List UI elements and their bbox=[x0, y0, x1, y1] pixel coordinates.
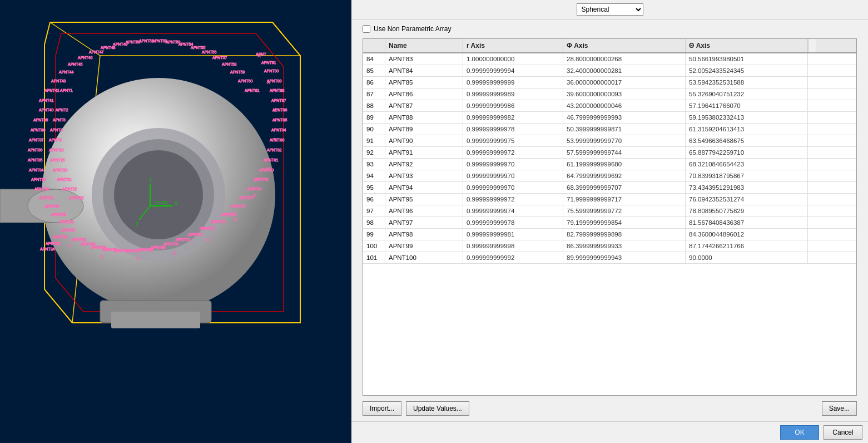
svg-text:APNT35: APNT35 bbox=[28, 158, 43, 162]
cell-phi: 79.1999999999854 bbox=[563, 217, 686, 228]
table-row[interactable]: 98APNT970.99999999997879.199999999985481… bbox=[363, 217, 856, 229]
cell-phi: 57.5999999999744 bbox=[563, 147, 686, 158]
col-header-phi: Φ Axis bbox=[563, 39, 686, 52]
table-row[interactable]: 100APNT990.99999999999886.39999999999338… bbox=[363, 240, 856, 252]
cell-name: APNT99 bbox=[385, 240, 463, 252]
svg-text:APNT60: APNT60 bbox=[238, 79, 253, 83]
svg-text:APNT1: APNT1 bbox=[60, 88, 73, 92]
table-row[interactable]: 101APNT1000.99999999999289.9999999999943… bbox=[363, 252, 856, 264]
svg-text:APNT88: APNT88 bbox=[270, 88, 285, 92]
table-row[interactable]: 85APNT840.99999999999432.400000000028152… bbox=[363, 65, 856, 77]
cell-name: APNT86 bbox=[385, 88, 463, 100]
cell-theta: 84.3600044896012 bbox=[686, 229, 808, 240]
cell-name: APNT88 bbox=[385, 112, 463, 123]
table-row[interactable]: 92APNT910.99999999997257.599999999974465… bbox=[363, 147, 856, 159]
cell-r: 0.999999999972 bbox=[463, 194, 563, 205]
cell-index: 100 bbox=[363, 240, 385, 252]
svg-text:APNT61: APNT61 bbox=[245, 88, 260, 92]
svg-text:APNT78: APNT78 bbox=[247, 187, 262, 191]
non-parametric-checkbox[interactable] bbox=[363, 25, 370, 33]
cell-phi: 39.6000000000093 bbox=[563, 88, 686, 100]
cell-theta: 50.5661993980501 bbox=[686, 53, 808, 65]
cell-theta: 65.8877942259710 bbox=[686, 147, 808, 158]
svg-text:APNT52: APNT52 bbox=[152, 39, 167, 43]
import-button[interactable]: Import... bbox=[363, 401, 401, 416]
cell-phi: 46.7999999999993 bbox=[563, 112, 686, 123]
cell-r: 0.999999999972 bbox=[463, 147, 563, 158]
svg-text:APNT20: APNT20 bbox=[53, 168, 68, 172]
cell-phi: 71.9999999999717 bbox=[563, 194, 686, 205]
svg-text:APNT48: APNT48 bbox=[101, 46, 116, 50]
svg-text:APNT5: APNT5 bbox=[49, 138, 62, 142]
cell-index: 84 bbox=[363, 53, 385, 65]
table-row[interactable]: 99APNT980.99999999998182.799999999989884… bbox=[363, 229, 856, 240]
save-button[interactable]: Save... bbox=[822, 401, 857, 416]
cell-r: 1.000000000000 bbox=[463, 53, 563, 65]
svg-text:APNT85: APNT85 bbox=[272, 118, 287, 122]
table-row[interactable]: 91APNT900.99999999997553.999999999977063… bbox=[363, 135, 856, 147]
svg-text:APNT73: APNT73 bbox=[200, 227, 215, 230]
svg-text:APNT57: APNT57 bbox=[212, 56, 227, 60]
cell-name: APNT92 bbox=[385, 159, 463, 170]
cell-theta: 87.1744266211766 bbox=[686, 240, 808, 252]
table-row[interactable]: 93APNT920.99999999997061.199999999968068… bbox=[363, 159, 856, 170]
svg-text:APNT77: APNT77 bbox=[239, 196, 254, 200]
cell-r: 0.999999999992 bbox=[463, 252, 563, 263]
bottom-buttons-row: Import... Update Values... Save... bbox=[351, 396, 868, 421]
update-values-button[interactable]: Update Values... bbox=[406, 401, 469, 416]
cell-phi: 28.8000000000268 bbox=[563, 53, 686, 65]
table-row[interactable]: 86APNT850.99999999999936.000000000001753… bbox=[363, 77, 856, 88]
ok-button[interactable]: OK bbox=[780, 425, 819, 440]
cancel-button[interactable]: Cancel bbox=[824, 425, 862, 440]
svg-text:APNT46: APNT46 bbox=[78, 56, 93, 60]
svg-text:APNT64: APNT64 bbox=[91, 245, 106, 249]
svg-text:APNT55: APNT55 bbox=[191, 46, 206, 50]
svg-text:APNT50: APNT50 bbox=[126, 40, 141, 44]
table-row[interactable]: 96APNT950.99999999997271.999999999971776… bbox=[363, 194, 856, 205]
cell-r: 0.999999999970 bbox=[463, 182, 563, 193]
svg-text:APNT2: APNT2 bbox=[56, 108, 68, 112]
col-header-theta: Θ Axis bbox=[686, 39, 808, 52]
cell-theta: 70.8399318795867 bbox=[686, 170, 808, 181]
table-row[interactable]: 95APNT940.99999999997068.399999999970773… bbox=[363, 182, 856, 194]
cell-index: 96 bbox=[363, 194, 385, 205]
svg-text:APNT87: APNT87 bbox=[271, 99, 286, 102]
cell-r: 0.999999999974 bbox=[463, 205, 563, 216]
cell-index: 88 bbox=[363, 100, 385, 111]
table-row[interactable]: 89APNT880.99999999998246.799999999999359… bbox=[363, 112, 856, 124]
table-row[interactable]: 94APNT930.99999999997064.799999999969270… bbox=[363, 170, 856, 182]
coordinate-system-dropdown-container: SphericalCartesianCylindrical bbox=[577, 3, 643, 16]
svg-text:APNT91: APNT91 bbox=[261, 61, 276, 65]
table-row[interactable]: 87APNT860.99999999998939.600000000009355… bbox=[363, 88, 856, 100]
svg-text:APNT71: APNT71 bbox=[176, 238, 191, 242]
svg-text:APNT63: APNT63 bbox=[81, 242, 96, 246]
cell-theta: 61.3159204613413 bbox=[686, 124, 808, 135]
cell-name: APNT90 bbox=[385, 135, 463, 146]
table-row[interactable]: 84APNT831.00000000000028.800000000026850… bbox=[363, 53, 856, 65]
svg-text:APNT29: APNT29 bbox=[51, 213, 66, 216]
svg-text:APNT10: APNT10 bbox=[49, 148, 64, 152]
svg-text:APNT33: APNT33 bbox=[31, 178, 46, 181]
cell-theta: 63.5496636468675 bbox=[686, 135, 808, 146]
cell-r: 0.999999999975 bbox=[463, 135, 563, 146]
table-row[interactable]: 88APNT870.99999999998643.200000000004657… bbox=[363, 100, 856, 112]
svg-text:APNT23: APNT23 bbox=[69, 196, 84, 200]
cell-phi: 50.3999999999871 bbox=[563, 124, 686, 135]
cell-theta: 78.8089550775829 bbox=[686, 205, 808, 216]
cell-theta: 81.5678408436387 bbox=[686, 217, 808, 228]
table-row[interactable]: 97APNT960.99999999997475.599999999977278… bbox=[363, 205, 856, 217]
cell-theta: 55.3269040751232 bbox=[686, 88, 808, 100]
svg-text:APNT76: APNT76 bbox=[231, 204, 246, 208]
table-header: Name r Axis Φ Axis Θ Axis bbox=[363, 39, 856, 53]
table-row[interactable]: 90APNT890.99999999997850.399999999987161… bbox=[363, 124, 856, 135]
coordinate-system-dropdown[interactable]: SphericalCartesianCylindrical bbox=[577, 3, 643, 16]
data-table: Name r Axis Φ Axis Θ Axis 84APNT831.0000… bbox=[363, 38, 857, 396]
cell-name: APNT89 bbox=[385, 124, 463, 135]
cell-r: 0.999999999978 bbox=[463, 217, 563, 228]
footer-bar: OK Cancel bbox=[351, 421, 868, 443]
svg-text:APNT36: APNT36 bbox=[28, 148, 43, 152]
svg-text:APNT59: APNT59 bbox=[230, 70, 245, 74]
cell-index: 87 bbox=[363, 88, 385, 100]
svg-text:APNT26: APNT26 bbox=[53, 235, 68, 239]
svg-text:APNT47: APNT47 bbox=[89, 50, 104, 54]
